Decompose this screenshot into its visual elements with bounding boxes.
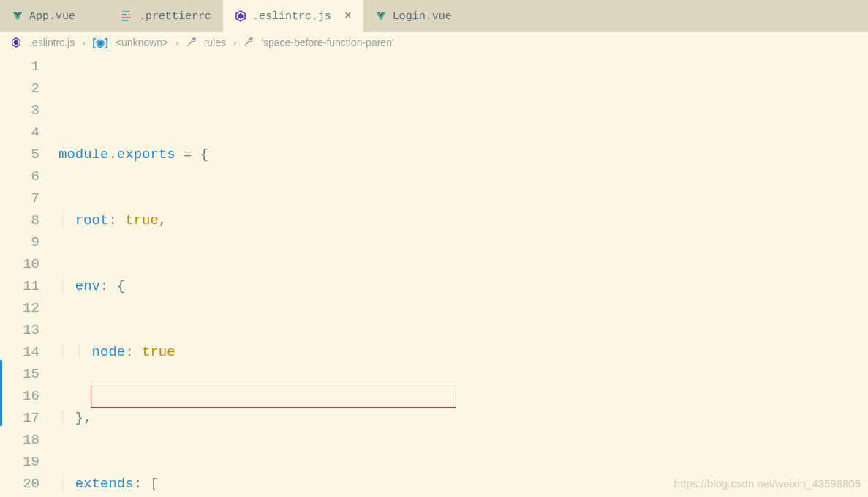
code-line: │ │ node: true bbox=[59, 341, 868, 363]
vue-icon bbox=[12, 10, 23, 22]
tab-login-vue[interactable]: Login.vue bbox=[363, 0, 473, 32]
breadcrumb-item[interactable]: <unknown> bbox=[116, 37, 168, 48]
line-number: 19 bbox=[0, 451, 39, 473]
code-line: │ }, bbox=[59, 407, 868, 429]
breadcrumb[interactable]: .eslintrc.js › [◉] <unknown> › rules › '… bbox=[0, 32, 868, 53]
prettier-icon bbox=[121, 10, 133, 22]
chevron-right-icon: › bbox=[233, 37, 236, 48]
code-line: │ root: true, bbox=[59, 209, 868, 231]
tab-eslintrc[interactable]: .eslintrc.js × bbox=[223, 0, 363, 32]
line-number: 1 bbox=[0, 56, 39, 78]
line-number: 10 bbox=[0, 253, 39, 275]
tab-label: .prettierrc bbox=[139, 10, 211, 23]
highlight-box bbox=[91, 386, 456, 408]
line-number: 13 bbox=[0, 319, 39, 341]
close-icon[interactable]: × bbox=[344, 10, 352, 23]
wrench-icon bbox=[186, 37, 197, 49]
breadcrumb-item[interactable]: .eslintrc.js bbox=[29, 37, 75, 48]
module-icon: [◉] bbox=[93, 37, 108, 48]
code-editor[interactable]: 1 2 3 4 5 6 7 8 9 10 11 12 13 14 15 16 1… bbox=[0, 53, 868, 497]
watermark-text: https://blog.csdn.net/weixin_43598805 bbox=[674, 477, 861, 490]
eslint-icon bbox=[10, 37, 22, 48]
tabs-bar: App.vue .prettierrc .eslintrc.js × Login… bbox=[0, 0, 868, 32]
line-number: 15 bbox=[0, 363, 39, 385]
line-number: 20 bbox=[0, 473, 39, 495]
line-number: 18 bbox=[0, 429, 39, 451]
breadcrumb-item[interactable]: 'space-before-function-paren' bbox=[261, 37, 393, 48]
change-indicator bbox=[0, 360, 2, 426]
line-number: 5 bbox=[0, 143, 39, 165]
wrench-icon bbox=[244, 37, 254, 49]
tab-label: .eslintrc.js bbox=[252, 10, 331, 23]
code-area[interactable]: module.exports = { │ root: true, │ env: … bbox=[59, 53, 868, 497]
line-number: 16 bbox=[0, 385, 39, 407]
svg-rect-1 bbox=[122, 14, 127, 15]
line-number: 6 bbox=[0, 165, 39, 187]
tab-label: Login.vue bbox=[393, 10, 452, 23]
code-line: module.exports = { bbox=[59, 143, 868, 165]
line-number: 2 bbox=[0, 78, 39, 100]
chevron-right-icon: › bbox=[176, 37, 178, 48]
tab-app-vue[interactable]: App.vue bbox=[0, 0, 110, 32]
line-number: 7 bbox=[0, 187, 39, 209]
vue-icon bbox=[375, 10, 387, 22]
line-number: 3 bbox=[0, 100, 39, 122]
chevron-right-icon: › bbox=[82, 37, 85, 48]
svg-rect-3 bbox=[122, 17, 131, 18]
svg-rect-4 bbox=[122, 20, 128, 21]
line-number: 12 bbox=[0, 297, 39, 319]
code-line: │ env: { bbox=[59, 275, 868, 297]
line-number: 9 bbox=[0, 231, 39, 253]
line-number: 4 bbox=[0, 122, 39, 143]
line-number: 17 bbox=[0, 407, 39, 429]
line-number: 11 bbox=[0, 275, 39, 297]
tab-label: App.vue bbox=[29, 10, 75, 23]
line-number-gutter: 1 2 3 4 5 6 7 8 9 10 11 12 13 14 15 16 1… bbox=[0, 53, 59, 497]
svg-rect-2 bbox=[128, 14, 132, 15]
line-number: 14 bbox=[0, 341, 39, 363]
breadcrumb-item[interactable]: rules bbox=[204, 37, 226, 48]
tab-prettierrc[interactable]: .prettierrc bbox=[110, 0, 223, 32]
line-number: 8 bbox=[0, 209, 39, 231]
eslint-icon bbox=[235, 10, 246, 22]
svg-rect-0 bbox=[122, 11, 129, 12]
